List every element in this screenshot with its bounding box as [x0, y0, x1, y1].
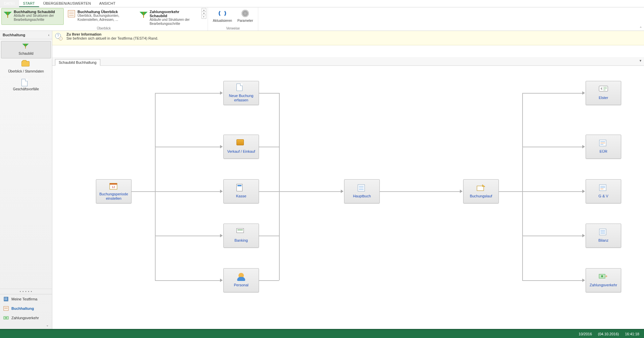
sidebar-header: Buchhaltung ‹ — [0, 31, 52, 39]
ribbon-btn-refresh[interactable]: Aktualisieren — [211, 8, 234, 23]
sidebar-item-label: Überblick / Stammdaten — [8, 69, 44, 73]
node-verkauf-einkauf[interactable]: Verkauf / Einkauf — [223, 135, 259, 159]
tab-start[interactable]: START — [19, 0, 39, 7]
ribbon-btn-sub: Abläufe und Strukturen der Bearbeitungss… — [150, 18, 197, 26]
sidebar-bottom-buchhaltung[interactable]: Buchhaltung — [0, 304, 52, 313]
sidebar-bottom-zahlungsverkehr[interactable]: Zahlungsverkehr — [0, 313, 52, 323]
sidebar-collapse-icon[interactable]: ‹ — [48, 33, 49, 37]
info-bar: ?! Zu Ihrer Information Sie befinden sic… — [52, 31, 644, 45]
main: Schaubild Buchhaltung ▼ 12 Buchungsperio… — [52, 57, 644, 329]
svg-point-13 — [5, 317, 7, 319]
tab-uebergeben[interactable]: ÜBERGEBEN/AUSWERTEN — [39, 0, 95, 7]
menu-tabs: DATEI START ÜBERGEBEN/AUSWERTEN ANSICHT — [0, 0, 644, 7]
umbrella-icon — [21, 43, 31, 51]
person-icon — [236, 273, 246, 282]
svg-rect-5 — [5, 298, 5, 298]
node-label: Kasse — [235, 194, 248, 198]
elster-icon: € — [599, 86, 608, 94]
status-period: 10/2016 — [579, 332, 592, 336]
ribbon-btn-title: Zahlungsverkehr Schaubild — [150, 10, 197, 18]
node-banking[interactable]: Banking — [223, 224, 259, 248]
bank-icon — [236, 228, 246, 237]
report-icon — [599, 139, 608, 148]
ribbon-vert-label: Parameter — [237, 19, 253, 22]
node-buchungslauf[interactable]: Buchungslauf — [463, 179, 499, 203]
ribbon-btn-ueberblick[interactable]: Buchhaltung Überblick Überblick, Buchung… — [65, 8, 136, 25]
node-label: Buchungsperiode einstellen — [96, 192, 131, 201]
book-icon — [236, 139, 246, 148]
node-label: Hauptbuch — [352, 194, 372, 198]
tabstrip: Schaubild Buchhaltung ▼ — [52, 57, 644, 66]
list-icon — [67, 10, 75, 18]
diagram-canvas: 12 Buchungsperiode einstellen Neue Buchu… — [52, 66, 644, 329]
ribbon-group-label: Überblick — [0, 26, 208, 31]
node-label: Neue Buchung erfassen — [224, 94, 259, 102]
report-icon — [599, 228, 608, 237]
svg-rect-9 — [4, 306, 8, 310]
ribbon-btn-sub: Überblick, Buchungskonten, Kostenstellen… — [77, 14, 133, 22]
tab-datei[interactable]: DATEI — [0, 0, 19, 7]
node-label: Zahlungsverkehr — [588, 283, 619, 287]
money-icon — [3, 315, 9, 321]
node-zahlungsverkehr[interactable]: Zahlungsverkehr — [586, 268, 621, 292]
refresh-icon — [218, 9, 227, 18]
svg-text:€: € — [601, 87, 602, 90]
new-document-icon — [236, 84, 246, 92]
svg-rect-7 — [5, 299, 5, 300]
svg-rect-8 — [6, 299, 7, 300]
node-eur[interactable]: EÜR — [586, 135, 621, 159]
ledger-icon — [3, 306, 9, 311]
ribbon: Buchhaltung Schaubild Abläufe und Strukt… — [0, 7, 644, 31]
umbrella-icon — [4, 10, 12, 18]
svg-text:!: ! — [60, 37, 61, 40]
ribbon-btn-title: Buchhaltung Schaubild — [14, 10, 61, 14]
sidebar-item-schaubild[interactable]: Schaubild — [1, 41, 51, 58]
ribbon-btn-zahlungsverkehr[interactable]: Zahlungsverkehr Schaubild Abläufe und St… — [137, 8, 200, 28]
gear-icon — [240, 9, 250, 18]
node-buchungsperiode[interactable]: 12 Buchungsperiode einstellen — [96, 179, 131, 203]
document-icon — [21, 79, 31, 86]
tab-ansicht[interactable]: ANSICHT — [95, 0, 120, 7]
spin-more-icon[interactable]: ▾ — [202, 15, 206, 18]
spin-up-icon[interactable]: ▲ — [202, 8, 206, 12]
node-label: Elster — [597, 96, 609, 100]
node-label: Verkauf / Einkauf — [226, 149, 256, 154]
node-personal[interactable]: Personal — [223, 268, 259, 292]
process-icon — [476, 184, 486, 193]
ledger-icon — [357, 184, 367, 193]
sidebar-bottom-testfirma[interactable]: Meine Testfirma — [0, 294, 52, 304]
sidebar-item-stammdaten[interactable]: Überblick / Stammdaten — [1, 59, 51, 76]
svg-rect-19 — [110, 183, 117, 185]
report-icon — [599, 184, 608, 193]
ribbon-btn-schaubild[interactable]: Buchhaltung Schaubild Abläufe und Strukt… — [1, 8, 64, 25]
node-label: G & V — [597, 194, 609, 198]
tab-schaubild-buchhaltung[interactable]: Schaubild Buchhaltung — [55, 59, 100, 66]
status-date: (04.10.2016) — [598, 332, 619, 336]
node-kasse[interactable]: Kasse — [223, 179, 259, 203]
svg-point-42 — [601, 275, 603, 277]
ribbon-collapse-icon[interactable]: ⌃ — [639, 26, 642, 30]
status-time: 16:41:18 — [625, 332, 639, 336]
svg-text:12: 12 — [112, 185, 115, 189]
sidebar: Buchhaltung ‹ Schaubild Überblick / Stam… — [0, 31, 52, 329]
node-bilanz[interactable]: Bilanz — [586, 224, 621, 248]
node-neue-buchung[interactable]: Neue Buchung erfassen — [223, 81, 259, 105]
sidebar-item-geschaeftsvorfaelle[interactable]: Geschäftsvorfälle — [1, 77, 51, 94]
info-line: Sie befinden sich aktuell in der Testfir… — [66, 36, 158, 40]
node-hauptbuch[interactable]: Hauptbuch — [344, 179, 380, 203]
sidebar-resize-dots[interactable]: • • • • • — [0, 289, 52, 294]
node-gv[interactable]: G & V — [586, 179, 621, 203]
sidebar-title: Buchhaltung — [3, 33, 25, 37]
sidebar-bottom-label: Zahlungsverkehr — [11, 316, 39, 320]
sidebar-bottom-label: Buchhaltung — [11, 306, 34, 310]
calendar-icon: 12 — [109, 182, 118, 191]
ribbon-btn-params[interactable]: Parameter — [235, 8, 255, 23]
sidebar-more-icon[interactable]: ⌄ — [0, 323, 52, 329]
node-label: EÜR — [598, 149, 608, 154]
building-icon — [3, 296, 9, 302]
sidebar-bottom-label: Meine Testfirma — [11, 297, 37, 301]
spin-down-icon[interactable]: ▼ — [202, 12, 206, 15]
ribbon-spinner[interactable]: ▲ ▼ ▾ — [202, 8, 206, 19]
node-elster[interactable]: € Elster — [586, 81, 621, 105]
tab-dropdown-icon[interactable]: ▼ — [639, 59, 642, 62]
